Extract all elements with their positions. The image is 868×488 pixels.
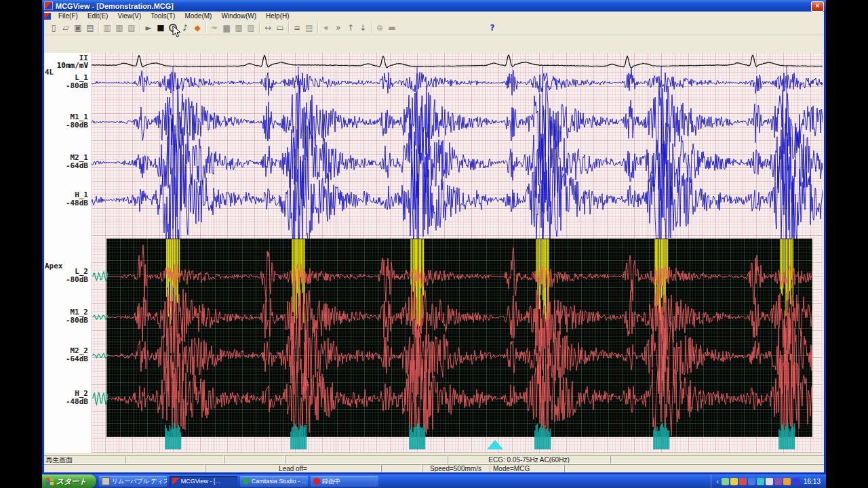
status-cell — [125, 455, 224, 464]
marker-icon[interactable]: ◆ — [191, 22, 203, 33]
camtasia-icon — [243, 478, 250, 485]
ecg-filter-info: ECG: 0.05-75Hz AC(60Hz) — [448, 455, 610, 464]
task-label: リムーバブル ディスク (F:) — [112, 477, 167, 486]
tray-icons — [722, 478, 800, 485]
overlay-icon[interactable]: ▧ — [245, 22, 257, 33]
tray-icon-7[interactable] — [774, 478, 782, 485]
close-button[interactable]: × — [811, 1, 824, 12]
toolbar-separator — [205, 22, 206, 33]
speed-status: Speed=500mm/s — [422, 464, 490, 472]
toolbar-separator — [259, 22, 260, 33]
task-camtasia[interactable]: Camtasia Studio - ... — [240, 476, 308, 487]
title-bar: MCGView - [Demonstration.MCG] × — [42, 0, 826, 12]
task-recording[interactable]: 録画中 — [311, 476, 378, 487]
menu-window[interactable]: Window(W) — [216, 12, 261, 20]
up-icon[interactable]: ↑ — [344, 22, 357, 33]
copy-icon[interactable]: ▥ — [101, 22, 113, 33]
task-mcgview[interactable]: MCGView - [... — [170, 476, 237, 487]
menu-tools[interactable]: Tools(T) — [146, 12, 180, 20]
open-icon[interactable]: ▱ — [60, 22, 72, 33]
report-icon[interactable]: ▤ — [303, 22, 315, 33]
task-label: Camtasia Studio - ... — [252, 478, 307, 485]
export-icon[interactable]: ▧ — [125, 22, 138, 33]
channel-level: -48dB — [42, 199, 88, 207]
task-removable-disk[interactable]: リムーバブル ディスク (F:) — [99, 476, 167, 487]
paste-icon[interactable]: ▦ — [113, 22, 125, 33]
app-window: MCGView - [Demonstration.MCG] × File(F) … — [42, 0, 826, 474]
playback-status: 再生画面 — [42, 455, 125, 464]
save-icon[interactable]: ▣ — [72, 22, 84, 33]
bars-icon[interactable]: ▆ — [220, 22, 233, 33]
channel-level: -80dB — [42, 316, 88, 325]
audio-controls: 心音再生チャンネル: ▼ ヘッドホン低域遮断フィルタ: ▼ 心音高域遮断フィルタ… — [42, 35, 826, 54]
next-icon[interactable]: » — [332, 22, 344, 33]
new-icon[interactable]: ▯ — [47, 22, 60, 33]
taskbar: スタート リムーバブル ディスク (F:) MCGView - [... Cam… — [42, 474, 826, 488]
toolbar-separator — [98, 22, 99, 33]
tray-icon-8[interactable] — [783, 478, 791, 485]
menu-bar: File(F) Edit(E) View(V) Tools(T) Mode(M)… — [42, 12, 826, 20]
task-label: MCGView - [... — [181, 478, 220, 485]
mouse-cursor — [172, 25, 182, 39]
channel-level: -64dB — [42, 161, 88, 170]
tray-icon-1[interactable] — [722, 478, 729, 485]
menu-mode[interactable]: Mode(M) — [180, 12, 216, 20]
measure-icon[interactable]: ▭ — [274, 22, 286, 33]
tray-icon-9[interactable] — [792, 478, 800, 485]
status-bar-2: Lead off= Speed=500mm/s Mode=MCG — [42, 464, 826, 472]
status-cell — [610, 455, 826, 464]
system-tray: ‹ 16:13 — [711, 474, 825, 488]
status-cell — [564, 464, 826, 472]
start-label: スタート — [56, 476, 87, 487]
status-cell — [42, 464, 205, 472]
mcg-app-icon — [172, 478, 179, 485]
task-label: 録画中 — [322, 477, 340, 486]
wave-icon[interactable]: ≈ — [208, 22, 220, 33]
mode-status: Mode=MCG — [490, 464, 564, 472]
mdi-child-icon — [44, 13, 51, 20]
stop-icon[interactable]: ■ — [155, 22, 167, 33]
menu-edit[interactable]: Edit(E) — [83, 12, 113, 20]
toolbar-separator — [317, 22, 318, 33]
menu-file[interactable]: File(F) — [54, 12, 83, 20]
channel-level: -64dB — [42, 354, 88, 363]
down-icon[interactable]: ↓ — [357, 22, 369, 33]
channel-level: -80dB — [42, 81, 88, 90]
channel-level: -80dB — [42, 275, 88, 284]
prev-icon[interactable]: « — [320, 22, 332, 33]
mcg-black-panel[interactable] — [106, 239, 812, 437]
status-cell — [285, 455, 448, 464]
window-border — [824, 12, 826, 474]
tray-icon-3[interactable] — [739, 478, 747, 485]
menu-help[interactable]: Help(H) — [261, 12, 294, 20]
taskbar-clock: 16:13 — [801, 478, 825, 485]
list-icon[interactable]: ≡ — [291, 22, 303, 33]
caliper-icon[interactable]: ↔ — [262, 22, 274, 33]
tray-icon-4[interactable] — [748, 478, 755, 485]
play-icon[interactable]: ► — [142, 22, 155, 33]
window-title: MCGView - [Demonstration.MCG] — [56, 2, 174, 10]
channel-level: -80dB — [42, 121, 88, 129]
toolbar-separator — [288, 22, 289, 33]
status-cell — [381, 464, 422, 472]
window-border — [42, 12, 44, 474]
screen: MCGView - [Demonstration.MCG] × File(F) … — [0, 0, 868, 488]
status-cell — [224, 455, 285, 464]
ruler-icon[interactable]: ▬ — [386, 22, 398, 33]
drive-icon — [102, 477, 110, 485]
channel-level: -48dB — [42, 397, 88, 406]
pin-icon[interactable]: ⊕ — [374, 22, 386, 33]
tray-icon-2[interactable] — [730, 478, 738, 485]
tray-icon-5[interactable] — [757, 478, 764, 485]
lead-off-status: Lead off= — [205, 464, 381, 472]
tray-chevron-icon[interactable]: ‹ — [715, 478, 720, 485]
menu-view[interactable]: View(V) — [113, 12, 146, 20]
status-bar-1: 再生画面 ECG: 0.05-75Hz AC(60Hz) — [42, 455, 826, 464]
windows-flag-icon — [46, 478, 54, 485]
start-button[interactable]: スタート — [42, 474, 96, 488]
print-icon[interactable]: ▤ — [84, 22, 96, 33]
tray-icon-6[interactable] — [766, 478, 773, 485]
toolbar-separator — [371, 22, 372, 33]
chart-icon[interactable]: ▦ — [233, 22, 245, 33]
help-icon[interactable]: ? — [486, 22, 498, 33]
